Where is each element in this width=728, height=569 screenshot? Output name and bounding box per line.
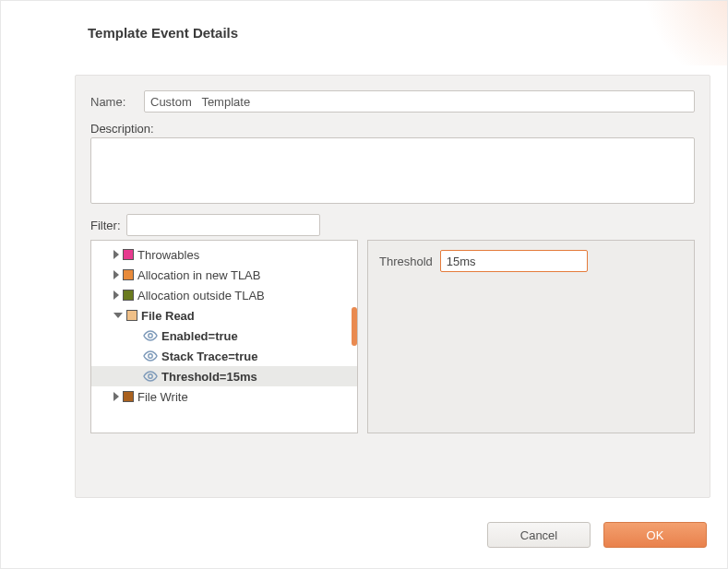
cancel-button[interactable]: Cancel	[487, 522, 591, 548]
tree-category-item[interactable]: Allocation outside TLAB	[91, 285, 357, 305]
tree-category-item[interactable]: Allocation in new TLAB	[91, 265, 357, 285]
tree-item-label: File Read	[141, 309, 195, 323]
tree-category-item[interactable]: Throwables	[91, 244, 357, 265]
tree-item-label: Stack Trace=true	[161, 350, 257, 363]
category-color-icon	[123, 249, 134, 260]
eye-icon	[143, 350, 158, 362]
tree-item-label: Allocation in new TLAB	[137, 268, 260, 282]
chevron-right-icon[interactable]	[113, 392, 119, 401]
chevron-down-icon[interactable]	[113, 313, 123, 318]
property-editor-panel: Threshold	[367, 240, 695, 433]
filter-label: Filter:	[90, 219, 121, 232]
svg-point-0	[149, 334, 152, 338]
description-label: Description:	[90, 122, 154, 136]
tree-item-label: Allocation outside TLAB	[137, 289, 265, 302]
chevron-right-icon[interactable]	[113, 270, 119, 279]
category-color-icon	[123, 391, 134, 402]
svg-point-2	[149, 374, 152, 378]
tree-item-label: File Write	[137, 390, 188, 404]
description-textarea[interactable]	[90, 137, 695, 204]
tree-property-item[interactable]: Enabled=true	[91, 326, 357, 346]
tree-category-item[interactable]: File Write	[91, 386, 357, 407]
tree-scrollbar-thumb[interactable]	[352, 307, 357, 346]
content-panel: Name: Description: Filter: ThrowablesAll…	[75, 75, 710, 498]
chevron-right-icon[interactable]	[113, 290, 119, 300]
name-label: Name:	[90, 95, 137, 109]
chevron-right-icon[interactable]	[113, 250, 119, 259]
category-color-icon	[123, 269, 134, 280]
category-color-icon	[126, 310, 137, 321]
threshold-label: Threshold	[379, 255, 433, 268]
filter-input[interactable]	[126, 214, 320, 236]
threshold-input[interactable]	[440, 250, 588, 272]
tree-item-label: Threshold=15ms	[161, 370, 257, 384]
event-tree[interactable]: ThrowablesAllocation in new TLABAllocati…	[90, 240, 358, 433]
tree-category-item[interactable]: File Read	[91, 305, 357, 326]
tree-property-item[interactable]: Threshold=15ms	[91, 366, 357, 386]
tree-property-item[interactable]: Stack Trace=true	[91, 346, 357, 366]
eye-icon	[143, 371, 158, 382]
ok-button[interactable]: OK	[603, 522, 707, 548]
category-color-icon	[123, 290, 134, 301]
header-decoration	[589, 1, 727, 65]
svg-point-1	[149, 354, 152, 358]
tree-item-label: Throwables	[137, 248, 199, 262]
name-input[interactable]	[144, 90, 695, 113]
tree-item-label: Enabled=true	[161, 329, 238, 343]
eye-icon	[143, 330, 158, 341]
